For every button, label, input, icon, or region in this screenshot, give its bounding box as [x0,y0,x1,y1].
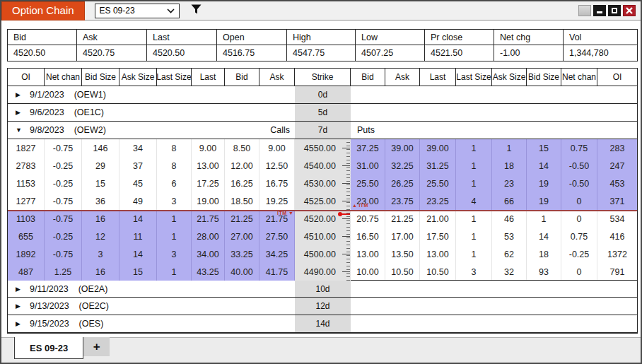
cell-put-asksize[interactable]: 53 [492,228,527,245]
cell-put-asksize[interactable]: 23 [492,175,527,192]
cell-put-netchg[interactable]: 0.75 [561,228,597,245]
cell-call-bidsize[interactable]: 36 [82,192,119,210]
expiry-row-9-13-2023[interactable]: ▶ 9/13/2023 (OE2C) 12d [8,298,637,315]
cell-call-netchg[interactable]: -0.25 [45,175,82,192]
link-button[interactable] [578,5,591,16]
expiry-row-9-11-2023[interactable]: ▶ 9/11/2023 (OE2A) 10d [8,280,637,298]
cell-put-bidsize[interactable]: 19 [527,192,561,210]
cell-call-ask[interactable]: 19.25 [259,192,295,210]
close-button[interactable] [623,5,636,16]
cell-call-ask[interactable]: 41.75 [259,263,295,281]
cell-put-ask[interactable]: 23.75 [385,192,420,210]
cell-call-asksize[interactable]: 15 [119,263,157,281]
cell-call-asksize[interactable]: 45 [119,175,157,192]
cell-call-oi[interactable]: 1153 [8,175,45,192]
expiry-row-9-6-2023[interactable]: ▶ 9/6/2023 (OE1C) 5d [8,104,637,122]
cell-put-lastsize[interactable]: 1 [456,245,492,263]
cell-call-bidsize[interactable]: 3 [82,245,119,263]
cell-call-asksize[interactable]: 49 [119,192,157,210]
cell-call-last[interactable]: 9.00 [192,139,225,157]
cell-call-bid[interactable]: 27.00 [225,228,259,245]
cell-put-bidsize[interactable]: 93 [527,263,561,281]
cell-strike[interactable]: 4490.00 [295,263,339,281]
filter-button[interactable] [189,4,204,18]
expiry-row-9-15-2023[interactable]: ▶ 9/15/2023 (OES) 14d [8,315,637,333]
cell-call-oi[interactable]: 1103 [8,210,45,228]
cell-call-netchg[interactable]: 1.25 [45,263,82,281]
cell-put-last[interactable]: 31.25 [420,157,456,175]
cell-call-last[interactable]: 43.25 [192,263,225,281]
cell-call-oi[interactable]: 1277 [8,192,45,210]
cell-call-lastsize[interactable]: 1 [157,263,192,281]
cell-call-asksize[interactable]: 14 [119,245,157,263]
cell-put-bid[interactable]: 37.25 [351,139,385,157]
cell-call-oi[interactable]: 1827 [8,139,45,157]
cell-call-netchg[interactable]: -0.25 [45,228,82,245]
cell-put-lastsize[interactable]: 1 [456,139,492,157]
cell-put-oi[interactable]: 1372 [597,245,637,263]
cell-put-lastsize[interactable]: 1 [456,175,492,192]
instrument-dropdown[interactable]: ES 09-23 [95,4,180,18]
cell-put-netchg[interactable]: 0.75 [561,139,597,157]
cell-call-asksize[interactable]: 37 [119,157,157,175]
cell-put-bidsize[interactable]: 14 [527,157,561,175]
cell-call-netchg[interactable]: -0.75 [45,139,82,157]
cell-strike[interactable]: 4525.00 [295,192,339,210]
cell-put-oi[interactable]: 283 [597,139,637,157]
cell-put-lastsize[interactable]: 1 [456,210,492,228]
cell-put-netchg[interactable]: -0.50 [561,157,597,175]
cell-call-lastsize[interactable]: 3 [157,245,192,263]
cell-put-last[interactable]: 13.00 [420,245,456,263]
cell-call-bidsize[interactable]: 29 [82,157,119,175]
expand-icon[interactable]: ▶ [16,109,30,116]
cell-put-netchg[interactable]: 0 [561,263,597,281]
cell-call-asksize[interactable]: 14 [119,210,157,228]
cell-call-lastsize[interactable]: 8 [157,157,192,175]
cell-call-netchg[interactable]: -0.75 [45,192,82,210]
cell-put-last[interactable]: 10.50 [420,263,456,281]
expiry-row-9-1-2023[interactable]: ▶ 9/1/2023 (OEW1) 0d [8,86,637,104]
cell-call-lastsize[interactable]: 3 [157,192,192,210]
cell-call-lastsize[interactable]: 8 [157,139,192,157]
cell-call-bid[interactable]: 40.00 [225,263,259,281]
cell-call-last[interactable]: 17.25 [192,175,225,192]
expiry-row-9-8-2023-expanded[interactable]: ▼ 9/8/2023 (OEW2) Calls 7d Puts [8,122,637,139]
maximize-button[interactable] [608,5,621,16]
cell-put-last[interactable]: 23.25 [420,192,456,210]
cell-call-bidsize[interactable]: 16 [82,263,119,281]
cell-strike[interactable]: 4510.00 [295,228,339,245]
cell-call-netchg[interactable]: -0.75 [45,245,82,263]
cell-put-ask[interactable]: 17.00 [385,228,420,245]
cell-call-ask[interactable]: 34.25 [259,245,295,263]
cell-call-last[interactable]: 28.00 [192,228,225,245]
cell-call-last[interactable]: 13.00 [192,157,225,175]
cell-put-asksize[interactable]: 62 [492,245,527,263]
cell-call-last[interactable]: 34.00 [192,245,225,263]
cell-put-lastsize[interactable]: 1 [456,228,492,245]
cell-put-last[interactable]: 25.50 [420,175,456,192]
cell-call-last[interactable]: 19.00 [192,192,225,210]
cell-put-last[interactable]: 21.00 [420,210,456,228]
cell-put-lastsize[interactable]: 4 [456,192,492,210]
cell-call-last[interactable]: 21.75 [192,210,225,228]
cell-put-lastsize[interactable]: 1 [456,157,492,175]
cell-put-bid[interactable]: 31.00 [351,157,385,175]
cell-call-lastsize[interactable]: 1 [157,210,192,228]
cell-call-oi[interactable]: 655 [8,228,45,245]
collapse-icon[interactable]: ▼ [16,127,30,134]
cell-call-ask[interactable]: 12.50 [259,157,295,175]
cell-call-oi[interactable]: 487 [8,263,45,281]
cell-call-asksize[interactable]: 11 [119,228,157,245]
cell-put-oi[interactable]: 453 [597,175,637,192]
cell-put-lastsize[interactable]: 3 [456,263,492,281]
cell-put-oi[interactable]: 791 [597,263,637,281]
cell-put-asksize[interactable]: 46 [492,210,527,228]
cell-call-oi[interactable]: 2783 [8,157,45,175]
cell-strike[interactable]: 4530.00 [295,175,339,192]
cell-put-bidsize[interactable]: 19 [527,175,561,192]
cell-put-ask[interactable]: 21.25 [385,210,420,228]
cell-call-ask[interactable]: 27.50 [259,228,295,245]
cell-call-asksize[interactable]: 34 [119,139,157,157]
cell-call-bid[interactable]: 8.50 [225,139,259,157]
cell-call-ask[interactable]: 9.00 [259,139,295,157]
